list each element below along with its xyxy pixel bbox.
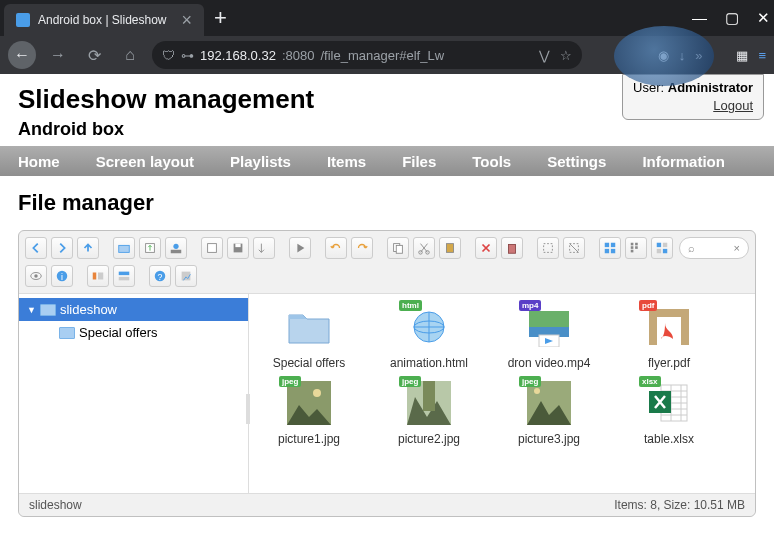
nav-items[interactable]: Items bbox=[327, 153, 366, 170]
svg-rect-25 bbox=[663, 243, 667, 247]
window-close-icon[interactable]: ✕ bbox=[757, 9, 770, 27]
clear-search-icon[interactable]: × bbox=[734, 242, 740, 254]
file-item[interactable]: pdf flyer.pdf bbox=[619, 304, 719, 370]
url-input[interactable]: 🛡 ⊶ 192.168.0.32:8080/file_manager#elf_L… bbox=[152, 41, 582, 69]
file-item[interactable]: xlsx table.xlsx bbox=[619, 380, 719, 446]
fm-view-sort-icon[interactable] bbox=[651, 237, 673, 259]
forward-button[interactable]: → bbox=[44, 41, 72, 69]
home-button[interactable]: ⌂ bbox=[116, 41, 144, 69]
nav-playlists[interactable]: Playlists bbox=[230, 153, 291, 170]
fm-upload-icon[interactable] bbox=[139, 237, 161, 259]
fm-undo-icon[interactable] bbox=[325, 237, 347, 259]
fm-preview-icon[interactable] bbox=[25, 265, 47, 287]
file-item[interactable]: jpeg picture1.jpg bbox=[259, 380, 359, 446]
file-item[interactable]: Special offers bbox=[259, 304, 359, 370]
svg-rect-11 bbox=[447, 244, 454, 253]
fm-search-input[interactable]: ⌕× bbox=[679, 237, 749, 259]
search-icon: ⌕ bbox=[688, 242, 695, 254]
file-item[interactable]: jpeg picture3.jpg bbox=[499, 380, 599, 446]
folder-icon bbox=[283, 304, 335, 350]
pdf-file-icon: pdf bbox=[643, 304, 695, 350]
page-subtitle: Android box bbox=[18, 119, 756, 140]
svg-rect-6 bbox=[235, 244, 240, 248]
svg-text:?: ? bbox=[158, 272, 163, 282]
fm-cut-icon[interactable] bbox=[413, 237, 435, 259]
pocket-icon[interactable]: ⋁ bbox=[539, 48, 550, 63]
window-minimize-icon[interactable]: — bbox=[692, 9, 707, 27]
fm-paste-icon[interactable] bbox=[439, 237, 461, 259]
svg-rect-21 bbox=[631, 250, 634, 253]
fm-selectnone-icon[interactable] bbox=[563, 237, 585, 259]
back-button[interactable]: ← bbox=[8, 41, 36, 69]
fm-up-icon[interactable] bbox=[77, 237, 99, 259]
new-tab-button[interactable]: + bbox=[214, 5, 227, 31]
svg-rect-32 bbox=[93, 273, 97, 280]
fm-delete-icon[interactable] bbox=[475, 237, 497, 259]
svg-point-51 bbox=[534, 388, 540, 394]
extensions-icon[interactable]: ▦ bbox=[736, 48, 748, 63]
fm-redo-icon[interactable] bbox=[351, 237, 373, 259]
window-maximize-icon[interactable]: ▢ bbox=[725, 9, 739, 27]
fm-empty-icon[interactable] bbox=[501, 237, 523, 259]
fm-toggle1-icon[interactable] bbox=[87, 265, 109, 287]
browser-tab[interactable]: Android box | Slideshow × bbox=[4, 4, 204, 36]
status-path: slideshow bbox=[29, 498, 82, 512]
tree-expand-icon[interactable]: ▼ bbox=[27, 305, 36, 315]
file-item[interactable]: mp4 dron video.mp4 bbox=[499, 304, 599, 370]
tab-close-icon[interactable]: × bbox=[181, 10, 192, 31]
logout-link[interactable]: Logout bbox=[713, 98, 753, 113]
svg-rect-17 bbox=[605, 249, 609, 253]
fm-copy-icon[interactable] bbox=[387, 237, 409, 259]
file-label: Special offers bbox=[259, 356, 359, 370]
jpeg-file-icon: jpeg bbox=[403, 380, 455, 426]
svg-rect-12 bbox=[509, 245, 516, 254]
svg-rect-13 bbox=[544, 244, 553, 253]
svg-rect-19 bbox=[631, 243, 634, 246]
fm-toggle2-icon[interactable] bbox=[113, 265, 135, 287]
svg-rect-22 bbox=[635, 243, 638, 246]
fm-forward-icon[interactable] bbox=[51, 237, 73, 259]
fm-about-icon[interactable] bbox=[175, 265, 197, 287]
bookmark-star-icon[interactable]: ☆ bbox=[560, 48, 572, 63]
fm-selectall-icon[interactable] bbox=[537, 237, 559, 259]
file-label: picture2.jpg bbox=[379, 432, 479, 446]
mp4-file-icon: mp4 bbox=[523, 304, 575, 350]
file-item[interactable]: html animation.html bbox=[379, 304, 479, 370]
url-host: 192.168.0.32 bbox=[200, 48, 276, 63]
fm-info-icon[interactable]: i bbox=[51, 265, 73, 287]
fm-save-icon[interactable] bbox=[227, 237, 249, 259]
jpeg-file-icon: jpeg bbox=[283, 380, 335, 426]
fm-statusbar: slideshow Items: 8, Size: 10.51 MB bbox=[19, 493, 755, 516]
fm-play-icon[interactable] bbox=[289, 237, 311, 259]
fm-view-icons-icon[interactable] bbox=[599, 237, 621, 259]
fm-toolbar-row2: i ? bbox=[19, 265, 755, 293]
svg-rect-26 bbox=[657, 249, 661, 253]
reload-button[interactable]: ⟳ bbox=[80, 41, 108, 69]
svg-rect-20 bbox=[631, 246, 634, 249]
nav-information[interactable]: Information bbox=[642, 153, 725, 170]
svg-rect-27 bbox=[663, 249, 667, 253]
nav-files[interactable]: Files bbox=[402, 153, 436, 170]
splitter-handle[interactable] bbox=[246, 394, 250, 424]
fm-newfolder-icon[interactable] bbox=[113, 237, 135, 259]
fm-view-list-icon[interactable] bbox=[625, 237, 647, 259]
file-label: dron video.mp4 bbox=[499, 356, 599, 370]
fm-getfile-icon[interactable] bbox=[253, 237, 275, 259]
badge: pdf bbox=[639, 300, 657, 311]
svg-rect-2 bbox=[171, 250, 182, 254]
fm-open-icon[interactable] bbox=[201, 237, 223, 259]
nav-home[interactable]: Home bbox=[18, 153, 60, 170]
fm-back-icon[interactable] bbox=[25, 237, 47, 259]
tree-child-label: Special offers bbox=[79, 325, 158, 340]
nav-screen-layout[interactable]: Screen layout bbox=[96, 153, 194, 170]
fm-help-icon[interactable]: ? bbox=[149, 265, 171, 287]
fm-download-icon[interactable] bbox=[165, 237, 187, 259]
tree-child[interactable]: Special offers bbox=[19, 321, 248, 344]
menu-icon[interactable]: ≡ bbox=[758, 48, 766, 63]
tree-root[interactable]: ▼ slideshow bbox=[19, 298, 248, 321]
tree-root-label: slideshow bbox=[60, 302, 117, 317]
nav-tools[interactable]: Tools bbox=[472, 153, 511, 170]
nav-settings[interactable]: Settings bbox=[547, 153, 606, 170]
file-item[interactable]: jpeg picture2.jpg bbox=[379, 380, 479, 446]
svg-rect-33 bbox=[98, 273, 103, 280]
